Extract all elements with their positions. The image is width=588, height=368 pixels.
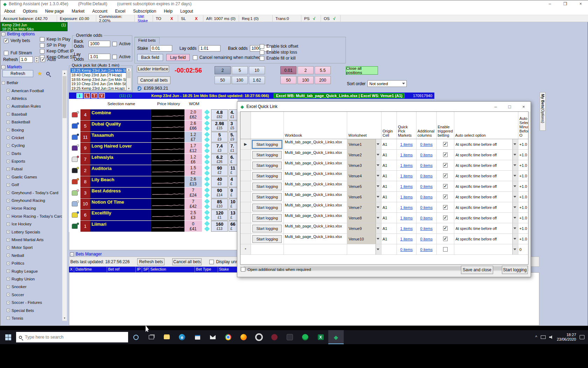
- back-price-cell[interactable]: 85 £10: [211, 199, 228, 210]
- sidebar-market-item[interactable]: + Politics: [7, 259, 62, 267]
- full-stream-checkbox[interactable]: Full Stream: [4, 50, 32, 55]
- origin-cell[interactable]: A1: [382, 150, 397, 160]
- minutes-cell[interactable]: +1.0: [518, 192, 528, 202]
- back-price-cell[interactable]: 40 £3: [211, 176, 228, 187]
- tree-root-betfair[interactable]: − Betfair: [2, 79, 62, 87]
- chevron-down-icon[interactable]: [512, 160, 518, 170]
- taskbar-app-icon[interactable]: [328, 330, 344, 344]
- enable-triggered-betting-checkbox[interactable]: [443, 152, 448, 157]
- back-price-cell[interactable]: 5 £9: [211, 132, 228, 143]
- wom-cell[interactable]: 0 £41: [184, 221, 202, 232]
- workbook-cell[interactable]: Multi_tab_page_Quick_Links.xlsx: [284, 223, 348, 233]
- chevron-down-icon[interactable]: [512, 202, 518, 212]
- runner-name[interactable]: Long Haired Lover: [90, 143, 151, 154]
- lay-stake-button[interactable]: 50: [280, 76, 296, 84]
- sidebar-market-item[interactable]: + Lottery Specials: [7, 228, 62, 236]
- runner-name[interactable]: Auditoria: [90, 165, 151, 176]
- quick-pick-markets-link[interactable]: 1 items: [400, 237, 413, 241]
- back-price-cell[interactable]: 90 £14: [211, 188, 228, 198]
- close-button[interactable]: ×: [573, 0, 588, 7]
- origin-cell[interactable]: A1: [382, 192, 397, 202]
- workbook-cell[interactable]: Multi_tab_page_Quick_Links.xlsx: [284, 202, 348, 212]
- auto-select-option-dropdown[interactable]: At specific time before off: [454, 139, 518, 149]
- minutes-cell[interactable]: +1.0: [518, 181, 528, 191]
- back-stake-button[interactable]: 50: [215, 76, 231, 84]
- favorites-star-icon[interactable]: ★: [37, 70, 42, 77]
- lay-stake-button[interactable]: 0.01: [280, 66, 296, 74]
- start-logging-button[interactable]: Start logging: [252, 214, 282, 222]
- refresh-interval-input[interactable]: [20, 56, 33, 63]
- expand-icon[interactable]: +: [7, 136, 10, 139]
- wom-cell[interactable]: 1.5 £2: [184, 165, 202, 176]
- bm-cancel-all-bets-button[interactable]: Cancel all bets: [172, 258, 202, 265]
- expand-icon[interactable]: +: [7, 168, 10, 171]
- runner-name[interactable]: Lehwaiyla: [90, 154, 151, 165]
- sidebar-market-item[interactable]: + Rugby Union: [7, 275, 62, 283]
- sort-order-dropdown[interactable]: Not sorted: [368, 80, 407, 87]
- search-input[interactable]: [25, 335, 112, 340]
- sidebar-scrollbar[interactable]: ▲ ▼: [62, 70, 67, 321]
- sidebar-market-item[interactable]: + Baseball: [7, 110, 62, 118]
- back-active-checkbox[interactable]: Active: [112, 41, 131, 46]
- workbook-cell[interactable]: Multi_tab_page_Quick_Links.xlsx: [284, 234, 348, 244]
- back-price-cell[interactable]: 6.2 £26: [211, 154, 228, 165]
- chevron-down-icon[interactable]: [512, 181, 518, 191]
- lay-price-cell[interactable]: 66 £: [229, 221, 238, 232]
- runner-name[interactable]: Combine: [90, 109, 151, 120]
- taskbar-app-icon[interactable]: [313, 330, 328, 344]
- taskbar-app-icon[interactable]: [220, 330, 236, 344]
- menu-item[interactable]: Logout: [176, 9, 197, 14]
- enable-triggered-betting-checkbox[interactable]: [443, 184, 448, 189]
- enable-triggered-betting-checkbox[interactable]: [443, 142, 448, 146]
- runner-name[interactable]: Lily Beach: [90, 176, 151, 187]
- selected-market-box[interactable]: Kemp 23rd Jun(1) 18:25 1m Mdn Stks: [0, 22, 68, 31]
- workbook-cell[interactable]: Multi_tab_page_Quick_Links.xlsx: [284, 139, 348, 149]
- additional-columns-link[interactable]: 0 items: [420, 142, 432, 146]
- sidebar-market-item[interactable]: + American Football: [7, 87, 62, 94]
- minutes-cell[interactable]: +1.0: [518, 160, 528, 170]
- expand-icon[interactable]: +: [7, 262, 10, 265]
- workbook-cell[interactable]: Multi_tab_page_Quick_Links.xlsx: [284, 192, 348, 202]
- additional-columns-link[interactable]: 0 items: [420, 195, 432, 199]
- lay-active-checkbox[interactable]: Active: [112, 54, 131, 59]
- workbook-cell[interactable]: Multi_tab_page_Quick_Links.xlsx: [284, 213, 348, 223]
- workbook-cell[interactable]: Multi_tab_page_Quick_Links.xlsx: [284, 181, 348, 191]
- chevron-down-icon[interactable]: [376, 181, 381, 191]
- runner-name[interactable]: Excelfilly: [90, 210, 151, 220]
- expand-icon[interactable]: +: [7, 183, 10, 186]
- chevron-down-icon[interactable]: [376, 192, 381, 202]
- quick-pick-item[interactable]: 18:25 Kemp 23rd Jun (1m Mdn Stks): [71, 68, 126, 73]
- lay-field-button[interactable]: Lay field: [166, 54, 190, 61]
- fb-lay-odds-input[interactable]: [199, 45, 220, 52]
- wom-cell[interactable]: 2.6 £13: [184, 176, 202, 187]
- sl-indicator[interactable]: SLX: [178, 15, 203, 22]
- auto-select-option-dropdown[interactable]: [454, 244, 518, 254]
- lay-price-cell[interactable]: 7. £1: [229, 143, 238, 154]
- start-logging-button[interactable]: Start logging: [252, 204, 282, 211]
- dialog-title-bar[interactable]: ◆ Excel Quick Link – □ ×: [237, 102, 531, 111]
- quick-pick-markets-link[interactable]: 1 items: [400, 216, 413, 220]
- auto-select-option-dropdown[interactable]: At specific time before off: [454, 171, 518, 181]
- volume-icon[interactable]: [549, 335, 553, 339]
- sidebar-market-item[interactable]: + Horse Racing - Today's Card: [7, 212, 62, 220]
- enable-triggered-betting-checkbox[interactable]: [443, 247, 448, 252]
- chevron-down-icon[interactable]: [512, 150, 518, 160]
- expand-icon[interactable]: +: [7, 293, 10, 296]
- back-price-cell[interactable]: 90 £2: [211, 165, 228, 176]
- lay-price-cell[interactable]: 9 £: [229, 188, 238, 198]
- wom-cell[interactable]: 1.2 £7: [184, 132, 202, 143]
- lay-price-cell[interactable]: 10 £: [229, 199, 238, 210]
- quick-pick-markets-link[interactable]: 1 items: [400, 153, 413, 157]
- wom-cell[interactable]: 7 £24: [184, 188, 202, 198]
- verify-bets-checkbox[interactable]: Verify bets: [4, 38, 32, 43]
- cancel-remaining-checkbox[interactable]: Cancel remaining when matched: [193, 55, 261, 60]
- quick-pick-item[interactable]: 18:55 Kemp 23rd Jun (1m Mdn Stks): [71, 77, 126, 82]
- additional-columns-link[interactable]: 0 items: [420, 174, 432, 178]
- lay-stake-button[interactable]: 200: [315, 76, 331, 84]
- expand-icon[interactable]: +: [7, 105, 10, 108]
- wom-cell[interactable]: 2.5 £3: [184, 210, 202, 220]
- menu-item[interactable]: New page: [41, 9, 68, 14]
- collapse-icon[interactable]: −: [1, 32, 5, 36]
- sp-in-play-checkbox[interactable]: SP In Play: [40, 43, 76, 48]
- chevron-down-icon[interactable]: [512, 223, 518, 233]
